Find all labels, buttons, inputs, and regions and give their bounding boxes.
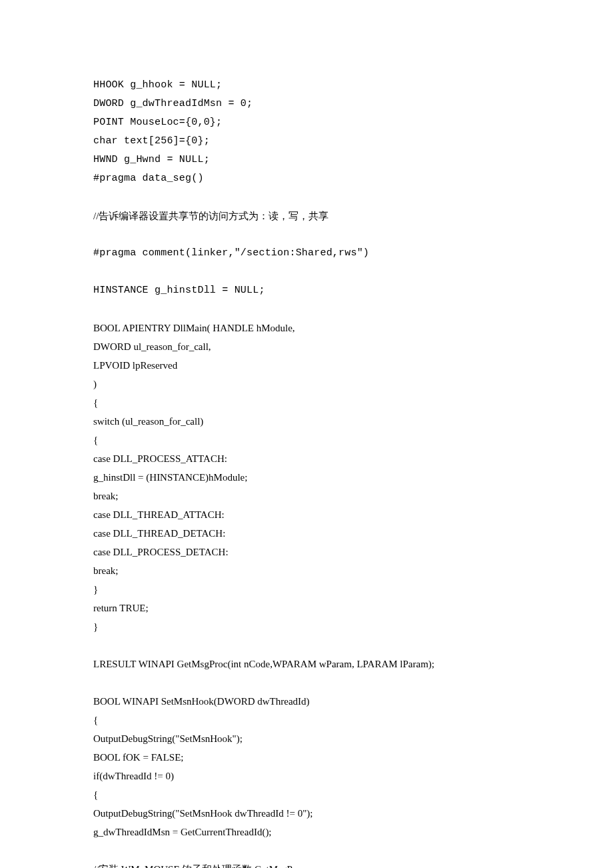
code-line: { [93, 711, 520, 729]
code-line: BOOL WINAPI SetMsnHook(DWORD dwThreadId) [93, 692, 520, 711]
code-line: char text[256]={0}; [93, 132, 520, 151]
code-line: #pragma data_seg() [93, 169, 520, 188]
code-line: { [93, 431, 520, 449]
code-line: g_dwThreadIdMsn = GetCurrentThreadId(); [93, 823, 520, 841]
blank-line [93, 841, 520, 860]
code-line: return TRUE; [93, 599, 520, 617]
code-line: g_hinstDll = (HINSTANCE)hModule; [93, 468, 520, 487]
code-line: if(dwThreadId != 0) [93, 767, 520, 785]
code-line: } [93, 580, 520, 599]
code-line: ) [93, 375, 520, 393]
code-line: HWND g_Hwnd = NULL; [93, 151, 520, 169]
code-line: BOOL fOK = FALSE; [93, 748, 520, 767]
code-line: LRESULT WINAPI GetMsgProc(int nCode,WPAR… [93, 655, 520, 673]
code-line: case DLL_PROCESS_ATTACH: [93, 449, 520, 468]
code-line: DWORD ul_reason_for_call, [93, 337, 520, 356]
code-line: break; [93, 561, 520, 580]
code-line: case DLL_PROCESS_DETACH: [93, 543, 520, 561]
document-page: HHOOK g_hhook = NULL;DWORD g_dwThreadIdM… [0, 0, 613, 868]
code-line: OutputDebugString("SetMsnHook dwThreadId… [93, 804, 520, 823]
blank-line [93, 225, 520, 244]
code-line: { [93, 393, 520, 412]
code-line: LPVOID lpReserved [93, 356, 520, 375]
code-line: HINSTANCE g_hinstDll = NULL; [93, 281, 520, 300]
code-line: case DLL_THREAD_DETACH: [93, 524, 520, 543]
code-line: case DLL_THREAD_ATTACH: [93, 505, 520, 524]
code-line: HHOOK g_hhook = NULL; [93, 76, 520, 95]
code-line: break; [93, 487, 520, 505]
code-line: { [93, 785, 520, 804]
blank-line [93, 188, 520, 207]
code-line: } [93, 617, 520, 636]
blank-line [93, 673, 520, 692]
code-line: DWORD g_dwThreadIdMsn = 0; [93, 95, 520, 113]
code-line: //安装 WM_MOUSE 钩子和处理函数 GetMsgProc [93, 860, 520, 868]
code-line: POINT MouseLoc={0,0}; [93, 113, 520, 132]
code-line: #pragma comment(linker,"/section:Shared,… [93, 244, 520, 263]
code-line: //告诉编译器设置共享节的访问方式为：读，写，共享 [93, 207, 520, 225]
blank-line [93, 263, 520, 281]
code-line: switch (ul_reason_for_call) [93, 412, 520, 431]
code-line: BOOL APIENTRY DllMain( HANDLE hModule, [93, 319, 520, 337]
blank-line [93, 636, 520, 655]
code-line: OutputDebugString("SetMsnHook"); [93, 729, 520, 748]
blank-line [93, 300, 520, 319]
